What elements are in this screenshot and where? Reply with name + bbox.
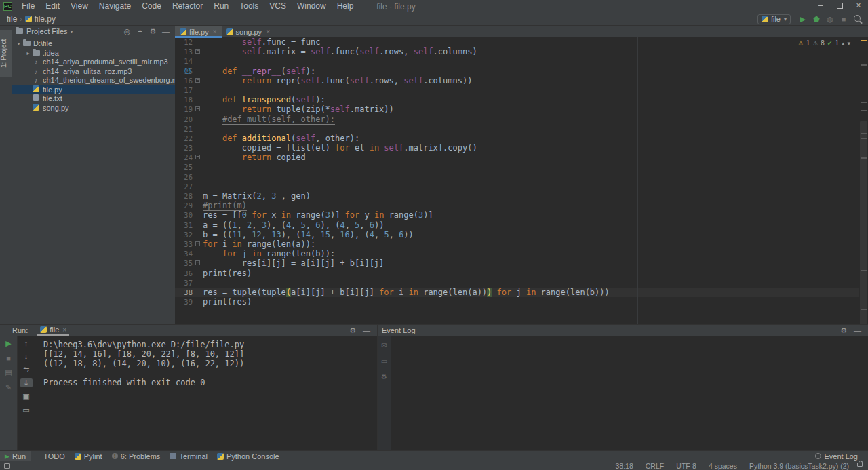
line-number[interactable]: 17 bbox=[175, 85, 194, 95]
code-line-20[interactable]: 20 #def mult(self, other): bbox=[175, 115, 859, 124]
settings-gear-icon[interactable]: ⚙ bbox=[840, 326, 847, 335]
code-line-26[interactable]: 26 bbox=[175, 172, 859, 182]
tree-item-ch14-ariya-ulitsa-roz.mp3[interactable]: ♪ch14_ariya_ulitsa_roz.mp3 bbox=[12, 67, 175, 77]
fold-icon[interactable]: − bbox=[195, 78, 200, 83]
stripe-mark[interactable] bbox=[861, 138, 867, 139]
gutter[interactable] bbox=[194, 230, 203, 239]
prev-error-icon[interactable]: ▴ bbox=[842, 40, 845, 47]
menu-vcs[interactable]: VCS bbox=[264, 1, 292, 11]
line-number[interactable]: 18 bbox=[175, 95, 194, 104]
toolwindow-button-terminal[interactable]: Terminal bbox=[165, 451, 212, 462]
code-line-19[interactable]: 19− return tuple(zip(*self.matrix)) bbox=[175, 104, 859, 114]
gutter[interactable]: ↑ bbox=[194, 66, 203, 76]
settings-gear-icon[interactable]: ⚙ bbox=[146, 27, 159, 36]
line-number[interactable]: 39 bbox=[175, 297, 194, 307]
tree-item-song.py[interactable]: song.py bbox=[12, 104, 175, 113]
code-line-30[interactable]: 30res = [[0 for x in range(3)] for y in … bbox=[175, 210, 859, 220]
line-number[interactable]: 37 bbox=[175, 278, 194, 288]
hide-panel-icon[interactable]: — bbox=[363, 326, 370, 335]
next-error-icon[interactable]: ▾ bbox=[847, 40, 850, 47]
tree-item-d-file[interactable]: ▾D:\file bbox=[12, 39, 175, 49]
editor-tab-file.py[interactable]: file.py× bbox=[175, 26, 222, 37]
stripe-mark[interactable] bbox=[861, 133, 867, 134]
rerun-icon[interactable]: ▶ bbox=[5, 339, 11, 348]
line-number[interactable]: 32 bbox=[175, 230, 194, 239]
line-number[interactable]: 24 bbox=[175, 153, 194, 162]
gutter[interactable] bbox=[194, 269, 203, 278]
clear-all-icon[interactable]: ▭ bbox=[381, 357, 387, 365]
gutter[interactable]: − bbox=[194, 47, 203, 56]
gutter[interactable] bbox=[194, 162, 203, 172]
code-line-25[interactable]: 25 bbox=[175, 162, 859, 172]
code-line-37[interactable]: 37 bbox=[175, 278, 859, 288]
gutter[interactable] bbox=[194, 210, 203, 220]
stripe-mark[interactable] bbox=[861, 102, 867, 103]
fold-icon[interactable]: − bbox=[195, 155, 200, 159]
chevron-down-icon[interactable]: ▾ bbox=[15, 39, 22, 49]
code-line-32[interactable]: 32b = ((11, 12, 13), (14, 15, 16), (4, 5… bbox=[175, 230, 859, 239]
up-stacktrace-icon[interactable]: ↑ bbox=[24, 339, 28, 347]
line-number[interactable]: 31 bbox=[175, 220, 194, 230]
toolwindow-button-python-console[interactable]: Python Console bbox=[212, 451, 284, 462]
menu-refactor[interactable]: Refactor bbox=[167, 1, 208, 11]
editor-tab-song.py[interactable]: song.py× bbox=[222, 26, 275, 37]
stripe-mark[interactable] bbox=[861, 270, 867, 271]
line-number[interactable]: 20 bbox=[175, 115, 194, 124]
search-everywhere-button[interactable] bbox=[850, 14, 864, 24]
menu-run[interactable]: Run bbox=[208, 1, 234, 11]
line-number[interactable]: 27 bbox=[175, 182, 194, 191]
warning-stripe-mark[interactable] bbox=[861, 40, 867, 41]
gutter[interactable] bbox=[194, 85, 203, 95]
tree-item-file.py[interactable]: file.py bbox=[12, 85, 175, 95]
gutter[interactable]: − bbox=[194, 153, 203, 162]
line-number[interactable]: 34 bbox=[175, 249, 194, 258]
code-line-24[interactable]: 24− return copied bbox=[175, 153, 859, 162]
gutter[interactable] bbox=[194, 172, 203, 182]
project-panel-header[interactable]: Project Files ▾ ◎ ÷ ⚙ — bbox=[12, 26, 175, 37]
print-icon[interactable]: ▣ bbox=[22, 392, 29, 401]
gutter[interactable] bbox=[194, 191, 203, 201]
gutter[interactable] bbox=[194, 201, 203, 210]
clear-console-icon[interactable]: ▭ bbox=[22, 406, 29, 414]
code-line-34[interactable]: 34 for j in range(len(b)): bbox=[175, 249, 859, 258]
mark-all-read-icon[interactable]: ✉ bbox=[381, 342, 387, 349]
line-number[interactable]: 33 bbox=[175, 239, 194, 249]
menu-view[interactable]: View bbox=[65, 1, 94, 11]
status-line-ending[interactable]: CRLF bbox=[646, 462, 664, 470]
override-method-icon[interactable]: ↑ bbox=[184, 68, 191, 74]
line-number[interactable]: 22 bbox=[175, 134, 194, 143]
toolwindow-toggle-icon[interactable] bbox=[4, 463, 10, 469]
fold-icon[interactable]: − bbox=[195, 260, 200, 265]
code-editor[interactable]: 12 self.func = func13− self.matrix = sel… bbox=[175, 37, 859, 324]
status-interpreter[interactable]: Python 3.9 (basicsTask2.py) (2) bbox=[749, 462, 849, 470]
event-log-content[interactable] bbox=[391, 336, 868, 450]
code-line-27[interactable]: 27 bbox=[175, 182, 859, 191]
tree-item-file.txt[interactable]: file.txt bbox=[12, 94, 175, 104]
gutter[interactable] bbox=[194, 134, 203, 143]
gutter[interactable] bbox=[194, 115, 203, 124]
chevron-right-icon[interactable]: ▸ bbox=[24, 49, 32, 58]
menu-help[interactable]: Help bbox=[332, 1, 359, 11]
line-number[interactable]: 26 bbox=[175, 172, 194, 182]
event-log-settings-icon[interactable]: ⚙ bbox=[381, 373, 387, 380]
fold-icon[interactable]: − bbox=[195, 49, 200, 54]
lock-icon[interactable] bbox=[857, 463, 863, 467]
run-configuration-select[interactable]: file▾ bbox=[757, 14, 791, 24]
error-stripe-scrollbar[interactable] bbox=[859, 37, 868, 324]
gutter[interactable] bbox=[194, 124, 203, 134]
stripe-mark[interactable] bbox=[861, 64, 867, 66]
fold-icon[interactable]: − bbox=[195, 106, 200, 111]
hide-panel-icon[interactable]: — bbox=[854, 326, 861, 335]
toolwindow-button-run[interactable]: ▶Run bbox=[0, 451, 31, 462]
gutter[interactable] bbox=[194, 249, 203, 258]
gutter[interactable]: − bbox=[194, 258, 203, 268]
sidebar-tab-project[interactable]: 1: Project bbox=[0, 30, 12, 77]
line-number[interactable]: 21 bbox=[175, 124, 194, 134]
locate-file-icon[interactable]: ◎ bbox=[121, 27, 134, 36]
code-line-28[interactable]: 28m = Matrix(2, 3 , gen) bbox=[175, 191, 859, 201]
pin-icon[interactable]: ✎ bbox=[5, 383, 12, 392]
run-tab[interactable]: file × bbox=[37, 325, 69, 336]
code-line-38[interactable]: 38res = tuple(tuple(a[i][j] + b[i][j] fo… bbox=[175, 288, 859, 297]
line-number[interactable]: 16 bbox=[175, 76, 194, 85]
gutter[interactable] bbox=[194, 37, 203, 47]
